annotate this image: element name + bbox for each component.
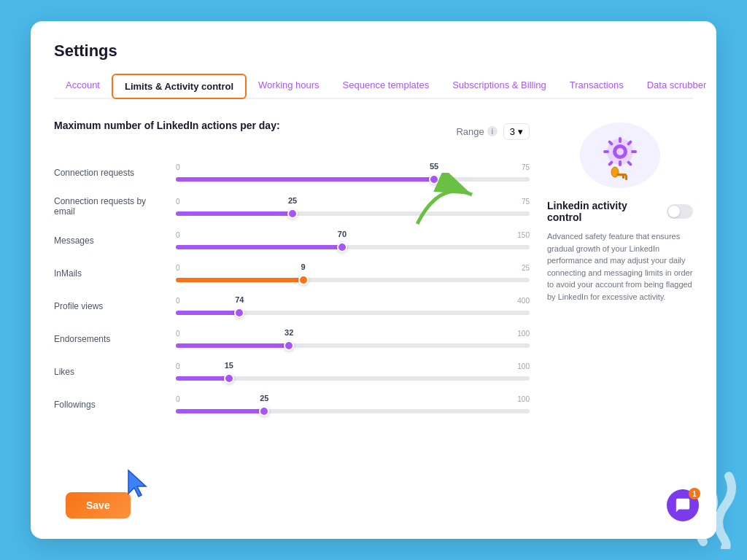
chat-badge: 1 — [689, 488, 700, 499]
slider-track-profile_views[interactable] — [176, 311, 530, 315]
slider-label-profile_views: Profile views — [54, 301, 167, 311]
slider-track-endorsements[interactable] — [176, 343, 530, 348]
slider-numbers-endorsements: 010032 — [176, 330, 530, 338]
slider-thumb-messages[interactable] — [337, 242, 347, 252]
slider-track-connection_email[interactable] — [176, 211, 530, 216]
slider-fill-inmails — [176, 278, 303, 282]
slider-thumb-inmails[interactable] — [298, 275, 309, 285]
content-area: Maximum number of LinkedIn actions per d… — [54, 120, 693, 428]
slider-track-followings[interactable] — [176, 409, 530, 413]
slider-max-messages: 150 — [517, 231, 530, 239]
activity-toggle[interactable] — [667, 204, 693, 219]
slider-fill-endorsements — [176, 343, 289, 348]
slider-container-profile_views: 040074 — [176, 297, 530, 315]
slider-row-followings: Followings010025 — [54, 395, 530, 413]
slider-value-endorsements: 32 — [285, 328, 293, 337]
slider-track-inmails[interactable] — [176, 278, 530, 282]
slider-numbers-followings: 010025 — [176, 395, 530, 403]
slider-label-likes: Likes — [54, 367, 167, 377]
svg-point-2 — [616, 148, 624, 155]
slider-container-messages: 015070 — [176, 231, 530, 249]
svg-marker-16 — [128, 470, 146, 497]
tab-subscriptions[interactable]: Subscriptions & Billing — [441, 74, 558, 99]
slider-label-inmails: InMails — [54, 268, 167, 279]
tab-working-hours[interactable]: Working hours — [247, 74, 331, 99]
slider-value-profile_views: 74 — [235, 295, 244, 304]
slider-label-endorsements: Endorsements — [54, 334, 167, 344]
tab-account[interactable]: Account — [54, 74, 112, 99]
slider-min-profile_views: 0 — [176, 297, 180, 305]
slider-track-likes[interactable] — [176, 376, 530, 381]
tab-bar: Account Limits & Activity control Workin… — [54, 74, 693, 99]
tab-limits[interactable]: Limits & Activity control — [112, 74, 247, 99]
slider-value-connection_requests: 55 — [430, 162, 438, 171]
slider-max-connection_email: 75 — [522, 198, 530, 206]
slider-container-connection_email: 07525 — [176, 198, 530, 216]
slider-min-endorsements: 0 — [176, 330, 180, 338]
slider-max-likes: 100 — [517, 362, 530, 370]
slider-container-connection_requests: 07555 — [176, 163, 530, 182]
tab-transactions[interactable]: Transactions — [558, 74, 635, 99]
slider-min-messages: 0 — [176, 231, 180, 239]
slider-value-connection_email: 25 — [288, 196, 297, 205]
slider-track-messages[interactable] — [176, 245, 530, 249]
toggle-row: Linkedin activity control — [547, 200, 693, 223]
slider-value-messages: 70 — [338, 230, 347, 238]
slider-fill-connection_email — [176, 211, 293, 216]
panel-title: Linkedin activity control — [547, 200, 659, 223]
tab-data-scrubber[interactable]: Data scrubber — [635, 74, 719, 99]
slider-thumb-followings[interactable] — [259, 406, 269, 416]
slider-container-inmails: 0259 — [176, 264, 530, 282]
slider-thumb-endorsements[interactable] — [284, 341, 294, 351]
svg-rect-12 — [616, 174, 627, 176]
svg-rect-13 — [622, 175, 624, 179]
robot-illustration — [580, 122, 660, 188]
range-info-icon[interactable]: i — [487, 126, 498, 136]
settings-card: Settings Account Limits & Activity contr… — [31, 21, 716, 539]
robot-svg — [595, 130, 646, 181]
slider-numbers-inmails: 0259 — [176, 264, 530, 272]
slider-label-followings: Followings — [54, 400, 167, 410]
sliders-panel: Maximum number of LinkedIn actions per d… — [54, 120, 530, 428]
slider-track-connection_requests[interactable] — [176, 177, 530, 182]
slider-min-connection_email: 0 — [176, 198, 180, 206]
slider-fill-followings — [176, 409, 264, 413]
slider-max-connection_requests: 75 — [522, 163, 530, 171]
slider-row-profile_views: Profile views040074 — [54, 297, 530, 315]
chat-bubble[interactable]: 1 — [667, 489, 699, 521]
page-title: Settings — [54, 42, 693, 61]
slider-container-followings: 010025 — [176, 395, 530, 413]
slider-min-connection_requests: 0 — [176, 163, 180, 171]
slider-numbers-connection_requests: 07555 — [176, 163, 530, 171]
svg-rect-14 — [625, 175, 627, 180]
slider-numbers-messages: 015070 — [176, 231, 530, 239]
svg-rect-3 — [619, 137, 622, 143]
save-button[interactable]: Save — [66, 492, 131, 518]
range-label: Range i — [456, 126, 497, 137]
sliders-container: Connection requests07555Connection reque… — [54, 163, 530, 413]
slider-container-likes: 010015 — [176, 362, 530, 381]
slider-row-inmails: InMails0259 — [54, 264, 530, 282]
tab-sequence-templates[interactable]: Sequence templates — [331, 74, 441, 99]
panel-description: Advanced safety feature that ensures gra… — [547, 230, 693, 303]
slider-thumb-connection_requests[interactable] — [429, 174, 439, 184]
right-panel: Linkedin activity control Advanced safet… — [547, 120, 693, 428]
slider-container-endorsements: 010032 — [176, 330, 530, 348]
range-dropdown[interactable]: 3 ▾ — [503, 123, 530, 140]
slider-numbers-connection_email: 07525 — [176, 198, 530, 206]
slider-label-connection_email: Connection requests by email — [54, 196, 167, 217]
slider-max-inmails: 25 — [522, 264, 530, 272]
slider-thumb-connection_email[interactable] — [287, 209, 298, 219]
slider-row-connection_requests: Connection requests07555 — [54, 163, 530, 182]
range-selector: Range i 3 ▾ — [456, 123, 530, 140]
slider-thumb-profile_views[interactable] — [234, 308, 244, 318]
slider-row-messages: Messages015070 — [54, 231, 530, 249]
slider-label-connection_requests: Connection requests — [54, 168, 167, 178]
slider-value-followings: 25 — [260, 394, 268, 402]
slider-fill-connection_requests — [176, 177, 434, 182]
slider-fill-messages — [176, 245, 342, 249]
slider-min-followings: 0 — [176, 395, 180, 403]
chat-icon — [675, 497, 691, 513]
slider-numbers-likes: 010015 — [176, 362, 530, 370]
slider-thumb-likes[interactable] — [224, 373, 234, 384]
